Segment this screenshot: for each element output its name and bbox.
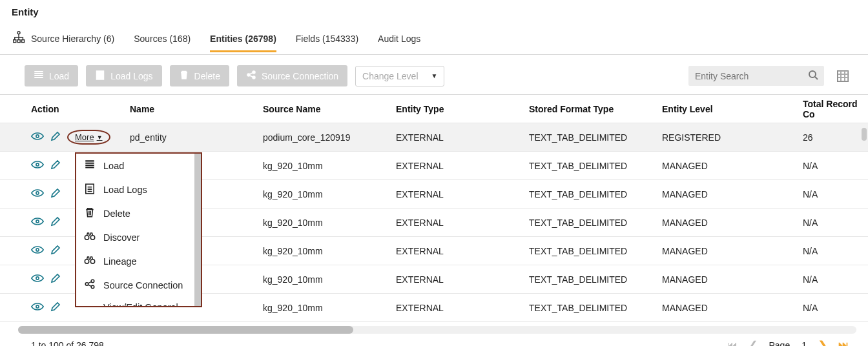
- tab-fields[interactable]: Fields (154333): [296, 28, 358, 52]
- button-label: Load: [49, 71, 69, 81]
- entity-grid: Action Name Source Name Entity Type Stor…: [0, 95, 868, 322]
- cell-name: pd_entity: [130, 132, 263, 143]
- menu-label: Delete: [103, 209, 130, 219]
- menu-lineage[interactable]: Lineage: [76, 249, 201, 273]
- grid-header: Action Name Source Name Entity Type Stor…: [0, 95, 868, 123]
- list-icon: [34, 70, 44, 82]
- cell-etype: EXTERNAL: [396, 189, 529, 199]
- cell-level: MANAGED: [662, 218, 796, 228]
- edit-icon[interactable]: [50, 245, 61, 257]
- tab-source-hierarchy[interactable]: Source Hierarchy (6): [12, 25, 114, 54]
- col-entity-level[interactable]: Entity Level: [662, 104, 796, 114]
- pager-next[interactable]: ❯: [818, 339, 827, 346]
- view-icon[interactable]: [31, 245, 44, 256]
- caret-down-icon: ▼: [97, 134, 103, 141]
- cell-level: MANAGED: [662, 189, 796, 199]
- svg-rect-1: [14, 40, 16, 43]
- table-row[interactable]: More▼ pd_entity podium_core_120919 EXTER…: [0, 123, 868, 152]
- svg-point-21: [85, 283, 88, 286]
- view-icon[interactable]: [31, 302, 44, 313]
- entity-search[interactable]: [688, 66, 824, 86]
- menu-view-edit[interactable]: View/Edit General Info: [76, 297, 201, 306]
- more-dropdown-trigger[interactable]: More▼: [67, 130, 110, 145]
- binoculars-icon: [84, 230, 96, 244]
- menu-load-logs[interactable]: Load Logs: [76, 178, 201, 201]
- view-icon[interactable]: [31, 274, 44, 285]
- source-connection-button[interactable]: Source Connection: [237, 65, 347, 86]
- col-name[interactable]: Name: [130, 104, 263, 114]
- tab-entities[interactable]: Entities (26798): [210, 28, 276, 52]
- dropdown-scrollbar[interactable]: [194, 154, 201, 306]
- toolbar: Load Load Logs Delete Source Connection …: [0, 55, 868, 95]
- cell-total: N/A: [796, 246, 867, 256]
- cell-total: N/A: [796, 303, 867, 313]
- view-icon[interactable]: [31, 132, 44, 143]
- menu-load[interactable]: Load: [76, 154, 201, 178]
- cell-etype: EXTERNAL: [396, 246, 529, 256]
- search-icon: [808, 70, 818, 82]
- menu-label: View/Edit General Info: [103, 302, 193, 306]
- cell-level: MANAGED: [662, 274, 796, 285]
- load-logs-button[interactable]: Load Logs: [86, 65, 161, 86]
- cell-source: kg_920_10mm: [263, 161, 396, 171]
- col-source-name[interactable]: Source Name: [263, 104, 396, 114]
- tab-audit-logs[interactable]: Audit Logs: [378, 28, 420, 52]
- svg-point-19: [85, 260, 88, 263]
- svg-rect-3: [22, 40, 25, 43]
- more-label: More: [75, 132, 94, 142]
- cell-level: REGISTERED: [662, 132, 796, 143]
- more-dropdown-menu: Load Load Logs Delete Discover Lineage: [75, 152, 202, 307]
- cell-source: kg_920_10mm: [263, 246, 396, 256]
- cell-etype: EXTERNAL: [396, 274, 529, 285]
- trash-icon: [179, 70, 189, 82]
- list-icon: [84, 159, 96, 172]
- pager-last[interactable]: ⏭: [838, 340, 849, 347]
- col-entity-type[interactable]: Entity Type: [396, 104, 529, 114]
- tab-sources[interactable]: Sources (168): [134, 28, 191, 52]
- page-title: Entity: [0, 0, 868, 23]
- col-total-record[interactable]: Total Record Co: [796, 99, 867, 119]
- clipboard-icon: [84, 183, 96, 196]
- edit-icon[interactable]: [50, 159, 61, 172]
- edit-icon[interactable]: [50, 131, 61, 143]
- cell-level: MANAGED: [662, 246, 796, 256]
- select-label: Change Level: [362, 71, 418, 81]
- svg-point-5: [247, 74, 250, 76]
- cell-etype: EXTERNAL: [396, 218, 529, 228]
- button-label: Load Logs: [110, 71, 152, 81]
- view-icon[interactable]: [31, 217, 44, 228]
- vertical-scrollbar[interactable]: [862, 128, 867, 141]
- pager-prev[interactable]: ❮: [749, 339, 758, 346]
- edit-icon[interactable]: [50, 216, 61, 229]
- share-icon: [84, 278, 96, 292]
- view-icon[interactable]: [31, 188, 44, 199]
- change-level-select[interactable]: Change Level ▼: [355, 66, 444, 86]
- view-icon[interactable]: [31, 160, 44, 171]
- col-action[interactable]: Action: [31, 104, 130, 114]
- menu-label: Source Connection: [103, 280, 183, 290]
- pager-first[interactable]: ⏮: [727, 340, 738, 347]
- column-picker-icon[interactable]: [837, 70, 849, 82]
- cell-source: kg_920_10mm: [263, 303, 396, 313]
- menu-delete[interactable]: Delete: [76, 201, 201, 225]
- menu-source-connection[interactable]: Source Connection: [76, 273, 201, 297]
- edit-icon[interactable]: [50, 188, 61, 200]
- svg-point-7: [253, 76, 255, 79]
- cell-format: TEXT_TAB_DELIMITED: [529, 246, 662, 256]
- menu-discover[interactable]: Discover: [76, 225, 201, 249]
- svg-point-6: [253, 71, 255, 74]
- svg-point-18: [90, 236, 94, 239]
- clipboard-icon: [95, 70, 105, 82]
- col-stored-format[interactable]: Stored Format Type: [529, 104, 662, 114]
- edit-icon[interactable]: [50, 273, 61, 285]
- cell-etype: EXTERNAL: [396, 303, 529, 313]
- trash-icon: [84, 207, 96, 220]
- scrollbar-thumb[interactable]: [18, 326, 353, 334]
- search-input[interactable]: [695, 71, 808, 81]
- horizontal-scrollbar[interactable]: [18, 326, 856, 334]
- edit-icon[interactable]: [50, 301, 61, 314]
- svg-point-0: [17, 32, 20, 34]
- delete-button[interactable]: Delete: [170, 65, 229, 86]
- svg-point-22: [91, 280, 94, 283]
- load-button[interactable]: Load: [25, 65, 78, 86]
